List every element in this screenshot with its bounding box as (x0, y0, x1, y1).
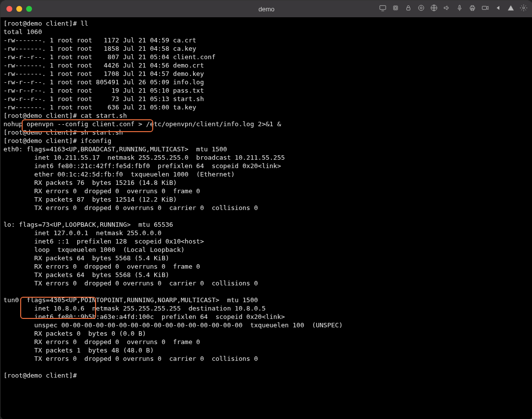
titlebar: demo (0, 0, 532, 17)
lock-icon[interactable] (404, 4, 412, 14)
mic-icon[interactable] (456, 4, 464, 14)
svg-point-4 (419, 5, 424, 11)
play-left-icon[interactable] (494, 4, 502, 14)
svg-rect-10 (482, 6, 487, 10)
zoom-button[interactable] (26, 6, 32, 12)
svg-rect-1 (394, 6, 398, 10)
printer-icon[interactable] (468, 4, 476, 14)
svg-rect-8 (470, 7, 474, 9)
svg-rect-7 (459, 5, 461, 9)
minimize-button[interactable] (16, 6, 22, 12)
svg-rect-9 (471, 8, 473, 10)
target-icon[interactable] (417, 4, 425, 14)
camera-icon[interactable] (481, 4, 489, 14)
screen-icon[interactable] (379, 4, 387, 14)
svg-rect-2 (395, 7, 397, 9)
svg-rect-3 (407, 7, 410, 10)
volume-icon[interactable] (443, 4, 451, 14)
warning-icon[interactable] (507, 4, 515, 14)
svg-point-11 (523, 7, 525, 9)
window-title: demo (259, 5, 275, 13)
svg-point-5 (420, 7, 422, 9)
traffic-lights (6, 6, 32, 12)
cpu-icon[interactable] (392, 4, 399, 14)
svg-rect-0 (380, 5, 386, 9)
globe-icon[interactable] (430, 4, 438, 14)
gear-icon[interactable] (520, 4, 528, 14)
close-button[interactable] (6, 6, 12, 12)
terminal-window: demo [root@demo client]# ll total 1060 -… (0, 0, 532, 419)
titlebar-icons (379, 4, 528, 14)
terminal-body[interactable]: [root@demo client]# ll total 1060 -rw---… (0, 17, 532, 419)
